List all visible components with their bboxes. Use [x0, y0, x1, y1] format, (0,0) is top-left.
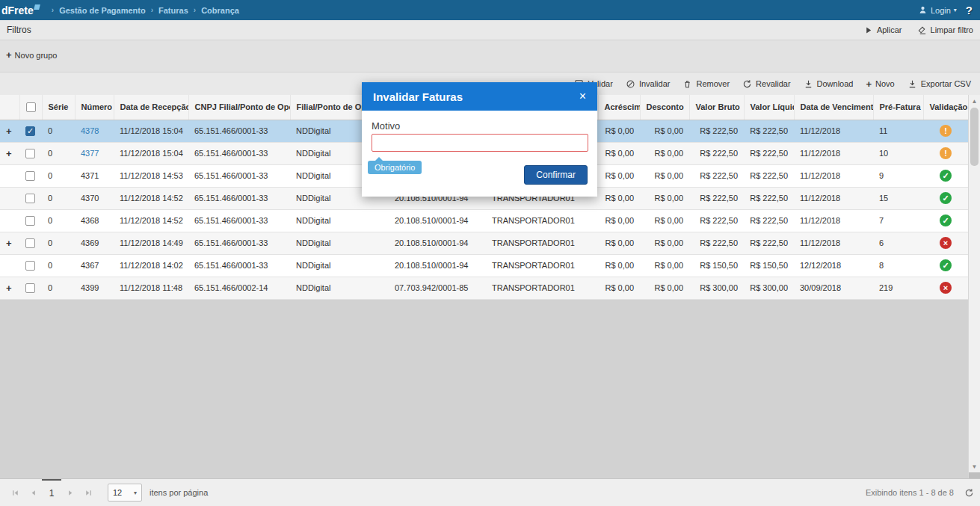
expand-row-icon[interactable]: +: [6, 148, 12, 159]
checkbox-cell[interactable]: [19, 142, 42, 164]
last-page-icon: [84, 488, 93, 498]
table-row[interactable]: 0436811/12/2018 14:5265.151.466/0001-33N…: [0, 209, 968, 232]
topbar: dFrete › Gestão de Pagamento › Faturas ›…: [0, 0, 980, 20]
header-acrescimo[interactable]: Acréscimo: [598, 95, 640, 120]
table-row[interactable]: +0436911/12/2018 14:4965.151.466/0001-33…: [0, 232, 968, 254]
row-checkbox[interactable]: [25, 194, 35, 203]
select-all-checkbox[interactable]: [26, 102, 36, 112]
invalidate-button[interactable]: Invalidar: [626, 79, 671, 89]
breadcrumb-cobranca[interactable]: Cobrança: [201, 6, 239, 15]
checkbox-cell[interactable]: [19, 277, 42, 299]
checkbox-cell[interactable]: [19, 164, 42, 187]
checkbox-cell[interactable]: [19, 209, 42, 232]
header-validacao[interactable]: Validação: [923, 95, 968, 120]
expand-cell[interactable]: +: [0, 232, 19, 254]
header-vencimento[interactable]: Data de Vencimento: [794, 95, 873, 120]
cell-numero: 4367: [75, 254, 114, 277]
next-page-button[interactable]: [61, 479, 79, 506]
header-serie[interactable]: Série: [42, 95, 75, 120]
cell-valor_liquido: R$ 222,50: [744, 164, 794, 187]
cell-numero: 4368: [75, 209, 114, 232]
play-icon: [863, 25, 873, 35]
apply-filter-button[interactable]: Aplicar: [863, 25, 902, 35]
checkbox-cell[interactable]: [19, 120, 42, 142]
cell-valor_bruto: R$ 222,50: [689, 164, 744, 187]
refresh-grid-button[interactable]: [964, 488, 974, 498]
breadcrumb-faturas[interactable]: Faturas: [158, 6, 188, 15]
cell-cnpj_filial: 65.151.466/0001-33: [188, 187, 290, 209]
expand-cell[interactable]: +: [0, 277, 19, 299]
expand-row-icon[interactable]: +: [6, 126, 12, 137]
header-desconto[interactable]: Desconto: [640, 95, 689, 120]
header-data-recepcao[interactable]: Data de Recepção↓: [114, 95, 188, 120]
scroll-up-icon[interactable]: ▲: [969, 95, 980, 107]
table-row[interactable]: +0439911/12/2018 11:4865.151.466/0002-14…: [0, 277, 968, 299]
new-group-button[interactable]: + Novo grupo: [6, 50, 57, 60]
new-button[interactable]: + Novo: [866, 79, 894, 89]
scrollbar-thumb[interactable]: [970, 108, 979, 166]
row-checkbox[interactable]: [25, 171, 35, 181]
cell-numero[interactable]: 4377: [75, 142, 114, 164]
help-icon[interactable]: ?: [966, 4, 973, 16]
remove-button[interactable]: Remover: [682, 79, 730, 89]
row-checkbox[interactable]: [25, 238, 35, 248]
cell-acrescimo: R$ 0,00: [598, 164, 640, 187]
cell-serie: 0: [42, 187, 75, 209]
cell-desconto: R$ 0,00: [640, 120, 689, 142]
revalidate-button[interactable]: Revalidar: [742, 79, 790, 89]
expand-row-icon[interactable]: +: [6, 283, 12, 294]
cell-recepcao: 11/12/2018 11:48: [114, 277, 188, 299]
cell-cnpj_filial: 65.151.466/0001-33: [188, 232, 290, 254]
row-checkbox[interactable]: [25, 283, 35, 293]
clear-filter-label: Limpar filtro: [931, 25, 973, 34]
cell-recepcao: 11/12/2018 15:04: [114, 120, 188, 142]
checkbox-cell[interactable]: [19, 232, 42, 254]
row-checkbox[interactable]: [25, 261, 35, 271]
row-checkbox[interactable]: [25, 126, 35, 136]
cell-numero: 4369: [75, 232, 114, 254]
login-menu[interactable]: Login ▾: [918, 5, 957, 15]
close-icon[interactable]: ×: [579, 90, 586, 102]
cell-serie: 0: [42, 209, 75, 232]
reason-input[interactable]: [372, 134, 588, 152]
expand-cell: [0, 187, 19, 209]
clear-filter-button[interactable]: Limpar filtro: [917, 25, 973, 35]
pager-status: Exibindo itens 1 - 8 de 8: [866, 488, 954, 497]
validation-cell: ✓: [923, 187, 968, 209]
header-numero[interactable]: Número: [75, 95, 114, 120]
cell-valor_bruto: R$ 300,00: [689, 277, 744, 299]
header-cnpj-filial[interactable]: CNPJ Filial/Ponto de Operação: [188, 95, 290, 120]
expand-row-icon[interactable]: +: [6, 238, 12, 249]
confirm-button[interactable]: Confirmar: [524, 165, 588, 185]
export-csv-button[interactable]: Exportar CSV: [907, 79, 971, 89]
scroll-down-icon[interactable]: ▼: [969, 460, 980, 472]
expand-cell[interactable]: +: [0, 120, 19, 142]
prev-page-button[interactable]: [24, 479, 42, 506]
checkbox-cell[interactable]: [19, 187, 42, 209]
row-checkbox[interactable]: [25, 149, 35, 158]
page-size-dropdown[interactable]: 12 ▾: [108, 484, 142, 502]
download-button[interactable]: Download: [804, 79, 854, 89]
breadcrumb-gestao-de-pagamento[interactable]: Gestão de Pagamento: [59, 6, 146, 15]
first-page-button[interactable]: [6, 479, 24, 506]
plus-icon: +: [6, 50, 12, 60]
last-page-button[interactable]: [79, 479, 97, 506]
validation-success-icon: ✓: [940, 170, 952, 182]
cell-recepcao: 11/12/2018 14:02: [114, 254, 188, 277]
cell-vencimento: 11/12/2018: [794, 187, 873, 209]
header-pre-fatura[interactable]: Pré-Fatura: [873, 95, 923, 120]
revalidate-label: Revalidar: [756, 79, 790, 88]
cell-numero[interactable]: 4378: [75, 120, 114, 142]
cell-vencimento: 11/12/2018: [794, 120, 873, 142]
checkbox-cell[interactable]: [19, 254, 42, 277]
current-page-button[interactable]: 1: [42, 479, 61, 506]
vertical-scrollbar[interactable]: ▲ ▼: [968, 95, 980, 478]
cell-acrescimo: R$ 0,00: [598, 254, 640, 277]
header-valor-liquido[interactable]: Valor Líquido: [744, 95, 794, 120]
expand-cell[interactable]: +: [0, 142, 19, 164]
cell-cnpj_transportador: 20.108.510/0001-94: [389, 209, 486, 232]
cell-cnpj_filial: 65.151.466/0002-14: [188, 277, 290, 299]
header-valor-bruto[interactable]: Valor Bruto: [689, 95, 744, 120]
row-checkbox[interactable]: [25, 216, 35, 226]
table-row[interactable]: 0436711/12/2018 14:0265.151.466/0001-33N…: [0, 254, 968, 277]
